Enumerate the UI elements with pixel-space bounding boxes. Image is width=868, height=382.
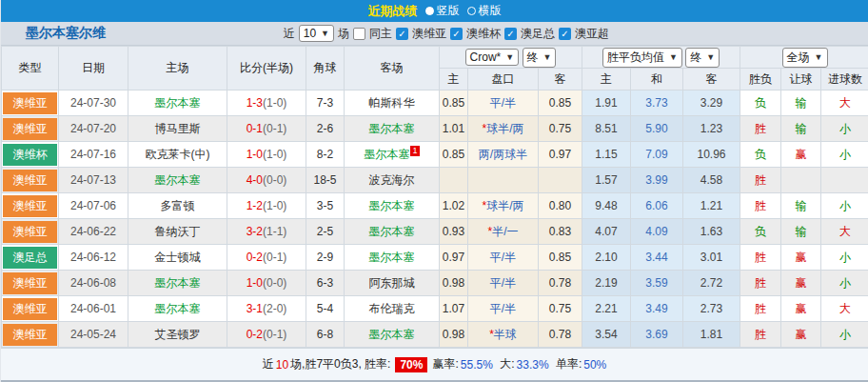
league-checkbox-1[interactable]: ✓ — [450, 28, 463, 40]
home-team-name[interactable]: 博马里斯 — [155, 122, 201, 135]
away-team-name[interactable]: 阿东那城 — [369, 276, 415, 290]
summary-footer: 近10场,胜7平0负3, 胜率:70%赢率:55.5% 大:33.3% 单率:5… — [1, 348, 868, 382]
layout-radio-vertical[interactable]: 竖版 — [425, 3, 460, 19]
avg-odds-header: 胜平负均值▼ 终▼ — [582, 47, 740, 69]
panel-title: 近期战绩 — [368, 3, 418, 20]
away-team-cell: 布伦瑞克 — [345, 296, 440, 322]
home-team-name[interactable]: 墨尔本塞 — [155, 173, 201, 187]
home-team-cell: 多富顿 — [128, 193, 227, 219]
avg-away-odds-cell: 1.21 — [683, 193, 740, 219]
league-checkbox-0[interactable]: ✓ — [396, 28, 408, 40]
home-team-name[interactable]: 鲁纳沃丁 — [155, 225, 201, 238]
avg-draw-odds-cell: 3.59 — [631, 271, 683, 296]
handicap-cell: 两/两球半 — [468, 142, 539, 168]
fulltime-score: 3-1 — [247, 302, 263, 315]
radio-unselected-icon — [467, 7, 476, 15]
goals-result-cell: 小 — [821, 142, 868, 168]
single-value: 50% — [583, 358, 606, 372]
scope-header: 全场▼ — [740, 47, 868, 69]
fulltime-score: 3-2 — [247, 225, 263, 238]
handicap-home-odds-cell: 1.07 — [440, 296, 468, 322]
league-label-2: 澳足总 — [521, 26, 555, 42]
away-team-name[interactable]: 墨尔本塞 — [369, 328, 415, 341]
corners-cell: 8-2 — [306, 142, 345, 168]
away-team-name[interactable]: 墨尔本塞 — [369, 251, 415, 264]
handicap-away-odds-cell: 0.78 — [539, 322, 582, 348]
handicap-away-odds-cell: 0.85 — [539, 90, 582, 116]
away-team-name[interactable]: 波克海尔 — [369, 173, 415, 187]
fulltime-score: 0-1 — [247, 122, 263, 135]
league-badge: 澳维亚 — [3, 324, 57, 346]
handicap-home-odds-cell: 0.93 — [440, 219, 468, 245]
avg-away-odds-cell: 10.96 — [683, 142, 740, 168]
away-team-cell: 墨尔本塞 — [345, 219, 440, 245]
score-cell: 4-0(0-0) — [227, 168, 306, 193]
goals-result-cell: 小 — [821, 245, 868, 271]
match-count-select[interactable]: 10▼ — [299, 25, 334, 42]
fulltime-score: 1-0 — [247, 148, 263, 161]
odds-time-value: 终 — [527, 50, 539, 66]
chevron-down-icon: ▼ — [505, 52, 514, 62]
avg-odds-select[interactable]: 胜平负均值▼ — [602, 48, 682, 68]
avg-home-odds-cell: 1.91 — [582, 90, 631, 116]
avg-home-odds-cell: 3.54 — [582, 322, 631, 348]
home-team-name[interactable]: 艾圣顿罗 — [155, 328, 201, 341]
league-checkbox-3[interactable]: ✓ — [559, 28, 571, 40]
win-rate-badge: 70% — [395, 357, 427, 372]
league-badge: 澳维亚 — [3, 298, 57, 320]
halftime-score: (0-1) — [263, 251, 286, 264]
avg-away-odds-cell: 2.72 — [683, 271, 740, 296]
corners-cell: 7-3 — [306, 90, 345, 116]
odds-source-select[interactable]: Crow*▼ — [465, 49, 520, 66]
avg-home-odds-cell: 2.10 — [582, 245, 631, 271]
away-team-name[interactable]: 墨尔本塞 — [369, 122, 415, 135]
wdl-result-cell: 胜 — [740, 296, 781, 322]
handicap-cell: *半/一 — [468, 219, 539, 245]
odds-time-select[interactable]: 终▼ — [523, 48, 557, 68]
handicap-line: 平/半 — [490, 251, 516, 264]
home-team-name[interactable]: 金士顿城 — [155, 251, 201, 264]
away-team-name[interactable]: 墨尔本塞 — [369, 199, 415, 212]
table-row: 澳足总24-06-12金士顿城0-2(0-1)2-9墨尔本塞0.97平/半0.8… — [2, 245, 868, 271]
avg-away-odds-cell: 4.58 — [683, 168, 740, 193]
chevron-down-icon: ▼ — [543, 52, 552, 62]
away-team-cell: 波克海尔 — [345, 168, 440, 193]
avg-away-odds-cell: 3.01 — [683, 245, 740, 271]
away-team-name[interactable]: 布伦瑞克 — [369, 302, 415, 315]
away-team-name[interactable]: 墨尔本塞 — [369, 225, 415, 238]
handicap-line: 两/两球半 — [479, 148, 527, 161]
score-cell: 1-0(0-0) — [227, 271, 306, 296]
goals-result-cell: 大 — [821, 219, 868, 245]
home-team-name[interactable]: 墨尔本塞 — [155, 96, 201, 110]
score-cell: 1-0(1-0) — [227, 142, 306, 168]
corners-cell: 6-8 — [306, 322, 345, 348]
date-cell: 24-06-01 — [59, 296, 128, 322]
league-checkbox-2[interactable]: ✓ — [504, 28, 517, 40]
handicap-line: 球半/两 — [486, 199, 523, 212]
layout-radio-horizontal[interactable]: 横版 — [467, 3, 502, 19]
home-team-name[interactable]: 欧克莱卡(中) — [146, 148, 210, 161]
handicap-result-cell: 输 — [781, 219, 821, 245]
home-team-name[interactable]: 墨尔本塞 — [155, 276, 201, 290]
league-badge: 澳维亚 — [3, 195, 57, 217]
rank-superscript: 1 — [410, 146, 419, 156]
goals-result-cell: 小 — [821, 116, 868, 142]
handicap-home-odds-cell: 0.85 — [440, 90, 468, 116]
handicap-away-odds-cell: 0.78 — [539, 271, 582, 296]
wdl-result-cell: 胜 — [740, 245, 781, 271]
avg-time-select[interactable]: 终▼ — [685, 48, 720, 68]
same-host-checkbox[interactable] — [353, 28, 365, 40]
handicap-line: 平/半 — [490, 276, 516, 290]
away-team-name[interactable]: 墨尔本塞 — [364, 148, 409, 161]
handicap-cell: 平/半 — [468, 90, 539, 116]
scope-select[interactable]: 全场▼ — [782, 48, 828, 68]
away-team-name[interactable]: 帕斯科华 — [369, 96, 415, 110]
home-team-name[interactable]: 多富顿 — [161, 199, 195, 212]
home-team-name[interactable]: 墨尔本塞 — [155, 302, 201, 315]
avg-home-odds-cell: 2.19 — [582, 271, 631, 296]
single-label: 单率: — [556, 356, 582, 372]
corners-cell: 2-5 — [306, 219, 345, 245]
halftime-score: (1-0) — [263, 148, 286, 161]
league-cell: 澳维亚 — [2, 322, 59, 348]
date-cell: 24-06-12 — [59, 245, 128, 271]
